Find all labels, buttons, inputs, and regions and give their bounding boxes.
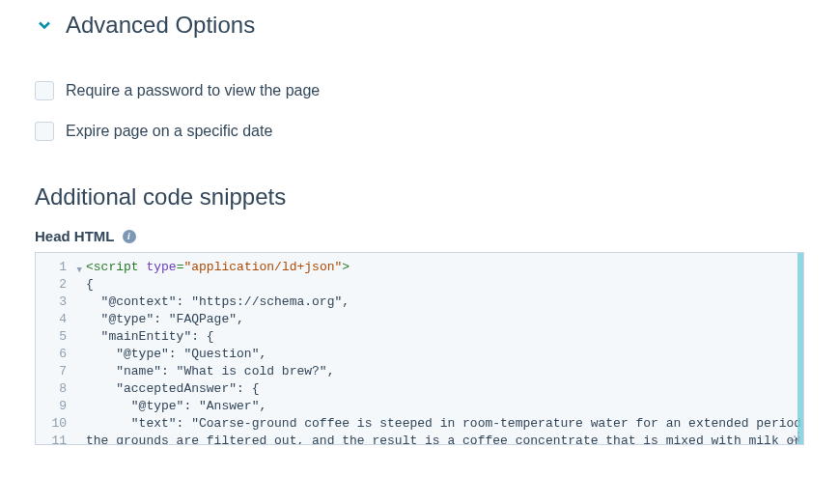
svg-point-4 [794, 439, 796, 441]
svg-point-5 [790, 439, 792, 441]
svg-point-2 [794, 435, 796, 437]
svg-point-1 [797, 435, 799, 437]
require-password-label[interactable]: Require a password to view the page [66, 82, 320, 99]
head-html-editor[interactable]: 1▼234567891011 <script type="application… [35, 252, 804, 445]
resize-grip-icon[interactable] [789, 431, 800, 442]
info-icon[interactable]: i [123, 230, 136, 243]
line-gutter: 1▼234567891011 [36, 253, 74, 444]
expire-page-checkbox[interactable] [35, 122, 54, 141]
svg-point-3 [797, 439, 799, 441]
advanced-options-toggle[interactable]: Advanced Options [35, 12, 804, 39]
head-html-label: Head HTML [35, 228, 115, 244]
accordion-title: Advanced Options [66, 12, 255, 39]
snippets-heading: Additional code snippets [35, 183, 804, 210]
expire-page-label[interactable]: Expire page on a specific date [66, 123, 272, 140]
require-password-checkbox[interactable] [35, 81, 54, 100]
code-content[interactable]: <script type="application/ld+json">{ "@c… [82, 253, 803, 444]
svg-point-0 [797, 432, 799, 434]
chevron-down-icon [35, 15, 54, 35]
